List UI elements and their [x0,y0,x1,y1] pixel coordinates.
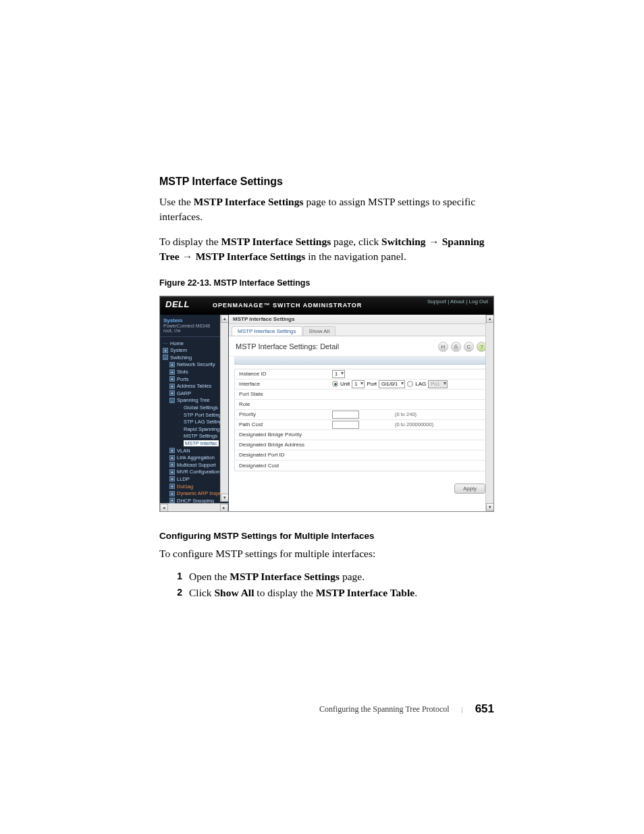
tree-label: Ports [177,376,189,382]
expand-icon[interactable] [169,390,175,396]
tree-line-icon: · [176,440,182,446]
tree-item[interactable]: Switching [163,354,228,361]
expand-icon[interactable] [169,469,175,475]
text-bold: Show All [214,587,254,598]
arrow-icon: → [426,236,442,247]
expand-icon[interactable] [169,455,175,461]
tree-label: Network Security [177,361,215,367]
tree-label: MVR Configuration [177,469,219,475]
text-input[interactable] [332,421,359,429]
tree-item[interactable]: Address Tables [163,382,228,390]
tree-item[interactable]: Spanning Tree [163,397,228,405]
step-text: Open the MSTP Interface Settings page. [189,571,365,583]
form-row: Designated Bridge Address [235,440,487,450]
tree-item[interactable]: Dynamic ARP Inspec [163,490,228,497]
tree-item[interactable]: MVR Configuration [163,469,228,476]
tree-label: Spanning Tree [177,397,210,403]
tree-item[interactable]: Link Aggregation [163,454,228,461]
expand-icon[interactable] [169,476,175,481]
refresh-icon[interactable]: C [464,342,474,352]
tree-line-icon: · [176,412,182,417]
form-control [329,444,487,446]
text: Open the [189,571,230,582]
unit-select[interactable]: 1 [352,380,365,388]
apply-button[interactable]: Apply [454,484,485,494]
tree-item[interactable]: System [163,346,228,354]
top-links[interactable]: Support | About | Log Out [427,298,488,305]
range-hint: (0 to 200000000) [395,421,433,427]
footer-title: Configuring the Spanning Tree Protocol [319,704,450,714]
sidebar-scrollbar-v[interactable]: ▴ ▾ [220,315,228,502]
form-row: Designated Cost [235,461,487,471]
scroll-up-icon[interactable]: ▴ [486,315,494,323]
tab-mstp-settings[interactable]: MSTP Interface Settings [232,326,302,336]
text: . [414,587,417,598]
scroll-up-icon[interactable]: ▴ [221,315,229,323]
collapse-icon[interactable] [169,398,175,403]
scroll-left-icon[interactable]: ◂ [160,504,168,511]
app-header: DELL OPENMANAGE™ SWITCH ADMINISTRATOR Su… [160,297,493,315]
instance-id-select[interactable]: 1 [332,370,345,378]
print-icon[interactable]: ⎙ [451,342,461,352]
form-control: Unit1PortGi1/0/1LAGPo1 [329,380,487,389]
tree-item[interactable]: ·Global Settings [163,404,228,411]
dell-logo: DELL [165,299,190,309]
tree-item[interactable]: ·Rapid Spanning [163,425,228,433]
tree-label: Address Tables [177,383,211,389]
tree-item[interactable]: VLAN [163,447,228,454]
expand-icon[interactable] [169,484,175,489]
tab-bar: MSTP Interface Settings Show All [229,324,493,336]
tree-item[interactable]: ·MSTP Interfac [163,440,228,447]
form-control: 1 [329,369,487,379]
tree-item[interactable]: Multicast Support [163,461,228,469]
expand-icon[interactable] [169,384,175,389]
tree-label: STP LAG Setting [184,419,222,425]
sidebar-scrollbar-h[interactable]: ◂ ▸ [160,503,228,511]
scroll-right-icon[interactable]: ▸ [220,504,228,511]
tree-item[interactable]: ·MSTP Settings [163,433,228,440]
sidebar-header: System PowerConnect M6348 root, r/w [160,315,228,337]
tree-line-icon: · [176,405,182,411]
tree-item[interactable]: Slots [163,368,228,375]
scroll-down-icon[interactable]: ▾ [221,494,229,502]
text-bold: MSTP Interface Settings [196,251,306,262]
text: to display the [254,587,315,598]
expand-icon[interactable] [169,491,175,496]
scroll-down-icon[interactable]: ▾ [486,503,494,511]
form-control: (0 to 240) [329,410,487,419]
tree-item[interactable]: ·STP LAG Setting [163,418,228,425]
form-control [329,454,487,456]
page-footer: Configuring the Spanning Tree Protocol |… [319,702,494,716]
tree-item[interactable]: Ports [163,375,228,383]
tree-line-icon: · [176,426,182,432]
form-row: Priority(0 to 240) [235,410,487,420]
tree-item[interactable]: GARP [163,390,228,397]
unit-radio[interactable] [332,381,338,387]
tree-item[interactable]: —Home [163,340,228,347]
expand-icon[interactable] [169,376,175,382]
nav-instructions: To display the MSTP Interface Settings p… [159,234,494,265]
expand-icon[interactable] [169,369,175,375]
expand-icon[interactable] [169,462,175,467]
expand-icon[interactable] [169,448,175,453]
tab-show-all[interactable]: Show All [303,326,336,336]
tree-item[interactable]: ·STP Port Setting [163,411,228,419]
expand-icon[interactable] [163,348,168,353]
step-list: 1Open the MSTP Interface Settings page.2… [171,571,494,599]
form-control [329,434,487,436]
lag-radio[interactable] [407,381,413,387]
text: Click [189,587,214,598]
tree-label: System [170,347,187,353]
port-select[interactable]: Gi1/0/1 [379,380,405,388]
text-input[interactable] [332,411,359,419]
tree-item[interactable]: LLDP [163,475,228,483]
main-scrollbar[interactable]: ▴ ▾ [485,315,493,511]
form-label: Port State [235,390,329,398]
tree-item[interactable]: Dot1ag [163,483,228,490]
text: page. [340,571,365,582]
collapse-icon[interactable] [163,355,168,360]
form-label: Designated Bridge Address [235,441,329,448]
expand-icon[interactable] [169,362,175,367]
save-icon[interactable]: H [438,342,448,352]
tree-item[interactable]: Network Security [163,361,228,369]
